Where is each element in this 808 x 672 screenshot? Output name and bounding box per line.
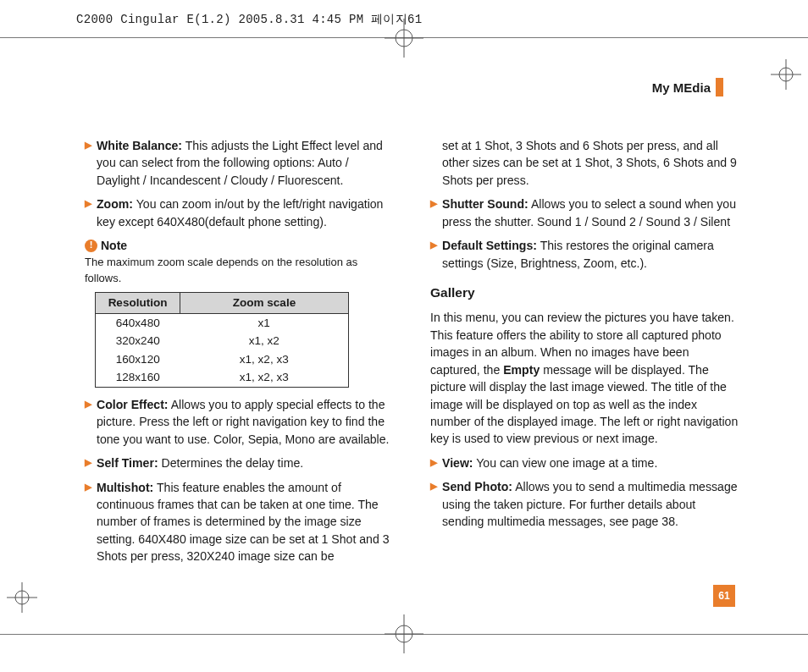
bullet-arrow-icon: ▶ bbox=[85, 137, 97, 189]
item-label: Color Effect: bbox=[97, 398, 169, 411]
item-text: Default Settings: This restores the orig… bbox=[442, 237, 740, 272]
item-shutter-sound: ▶ Shutter Sound: Allows you to select a … bbox=[430, 196, 740, 230]
registration-mark-right-icon bbox=[771, 59, 801, 90]
item-view: ▶ View: You can view one image at a time… bbox=[430, 454, 740, 471]
print-header: C2000 Cingular E(1.2) 2005.8.31 4:45 PM … bbox=[76, 12, 422, 27]
bullet-arrow-icon: ▶ bbox=[85, 396, 97, 448]
gallery-heading: Gallery bbox=[430, 284, 740, 302]
note-icon: ! bbox=[85, 240, 97, 252]
item-text: Shutter Sound: Allows you to select a so… bbox=[442, 196, 740, 230]
item-text: Multishot: This feature enables the amou… bbox=[97, 479, 395, 565]
item-text: Zoom: You can zoom in/out by the left/ri… bbox=[97, 196, 395, 230]
item-send-photo: ▶ Send Photo: Allows you to send a multi… bbox=[430, 478, 740, 530]
table-header-zoomscale: Zoom scale bbox=[180, 293, 349, 314]
section-title: My MEdia bbox=[652, 80, 711, 95]
cell: 640x480 bbox=[96, 313, 180, 332]
item-text: White Balance: This adjusts the Light Ef… bbox=[97, 137, 395, 189]
item-body: Determines the delay time. bbox=[158, 456, 304, 470]
item-zoom: ▶ Zoom: You can zoom in/out by the left/… bbox=[85, 196, 395, 230]
page-number-badge: 61 bbox=[713, 585, 735, 607]
cell: 320x240 bbox=[96, 332, 180, 350]
note-text: The maximum zoom scale depends on the re… bbox=[85, 255, 395, 287]
item-label: Shutter Sound: bbox=[442, 197, 529, 211]
table-header-resolution: Resolution bbox=[96, 293, 180, 314]
item-label: White Balance: bbox=[97, 139, 182, 152]
item-label: Zoom: bbox=[97, 197, 133, 211]
registration-mark-left-icon bbox=[7, 582, 37, 613]
item-label: View: bbox=[442, 456, 473, 470]
cell: x1, x2, x3 bbox=[180, 368, 349, 387]
empty-keyword: Empty bbox=[503, 363, 540, 377]
item-label: Self Timer: bbox=[97, 456, 158, 470]
table-row: 128x160x1, x2, x3 bbox=[96, 368, 349, 387]
table-row: 640x480x1 bbox=[96, 313, 349, 332]
note-label: Note bbox=[101, 237, 127, 254]
item-multishot: ▶ Multishot: This feature enables the am… bbox=[85, 479, 395, 565]
item-body: You can view one image at a time. bbox=[473, 456, 658, 470]
cell: x1, x2 bbox=[180, 332, 349, 350]
item-text: View: You can view one image at a time. bbox=[442, 454, 740, 471]
bullet-arrow-icon: ▶ bbox=[430, 196, 442, 230]
column-right: set at 1 Shot, 3 Shots and 6 Shots per p… bbox=[430, 137, 740, 572]
column-left: ▶ White Balance: This adjusts the Light … bbox=[85, 137, 395, 572]
item-default-settings: ▶ Default Settings: This restores the or… bbox=[430, 237, 740, 272]
note-head: ! Note bbox=[85, 237, 395, 254]
bullet-arrow-icon: ▶ bbox=[85, 196, 97, 230]
gallery-paragraph: In this menu, you can review the picture… bbox=[430, 309, 740, 447]
section-title-accent-icon bbox=[716, 78, 723, 96]
item-label: Send Photo: bbox=[442, 480, 512, 493]
bullet-arrow-icon: ▶ bbox=[85, 479, 97, 565]
item-text: Color Effect: Allows you to apply specia… bbox=[97, 396, 395, 448]
section-header: My MEdia bbox=[652, 78, 723, 96]
item-self-timer: ▶ Self Timer: Determines the delay time. bbox=[85, 454, 395, 471]
cell: 128x160 bbox=[96, 368, 180, 387]
registration-mark-top-icon bbox=[385, 19, 423, 58]
bullet-arrow-icon: ▶ bbox=[430, 454, 442, 471]
content-columns: ▶ White Balance: This adjusts the Light … bbox=[85, 137, 740, 572]
item-label: Default Settings: bbox=[442, 239, 537, 252]
bullet-arrow-icon: ▶ bbox=[85, 454, 97, 471]
cell: x1, x2, x3 bbox=[180, 350, 349, 369]
registration-mark-bottom-icon bbox=[385, 614, 423, 653]
zoom-scale-table: Resolution Zoom scale 640x480x1 320x240x… bbox=[95, 292, 349, 388]
item-text: Self Timer: Determines the delay time. bbox=[97, 454, 395, 471]
item-body: You can zoom in/out by the left/right na… bbox=[97, 197, 383, 228]
item-text: Send Photo: Allows you to send a multime… bbox=[442, 478, 740, 530]
cell: x1 bbox=[180, 313, 349, 332]
cell: 160x120 bbox=[96, 350, 180, 369]
item-label: Multishot: bbox=[97, 481, 153, 494]
item-white-balance: ▶ White Balance: This adjusts the Light … bbox=[85, 137, 395, 189]
table-row: 160x120x1, x2, x3 bbox=[96, 350, 349, 369]
multishot-continuation: set at 1 Shot, 3 Shots and 6 Shots per p… bbox=[430, 137, 740, 189]
table-row: 320x240x1, x2 bbox=[96, 332, 349, 350]
bullet-arrow-icon: ▶ bbox=[430, 478, 442, 530]
item-color-effect: ▶ Color Effect: Allows you to apply spec… bbox=[85, 396, 395, 448]
bullet-arrow-icon: ▶ bbox=[430, 237, 442, 272]
